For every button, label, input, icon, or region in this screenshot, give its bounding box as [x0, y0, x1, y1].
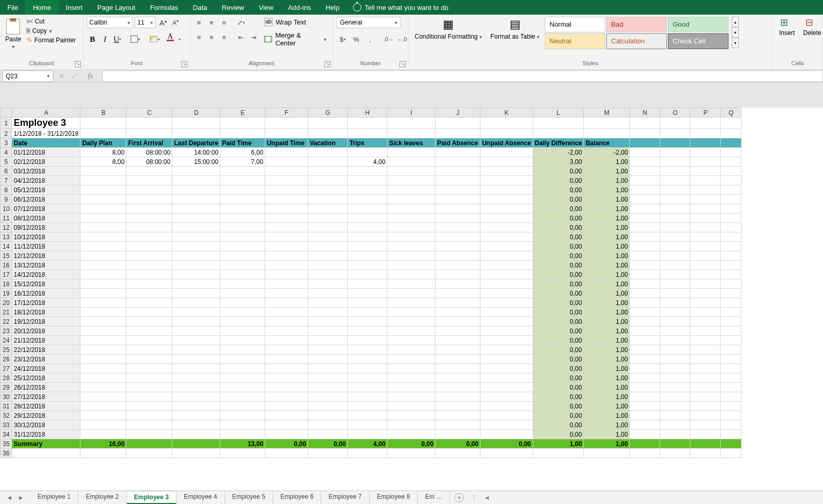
date-cell[interactable]: 27/12/2018	[12, 392, 80, 402]
sick-cell[interactable]	[387, 214, 436, 223]
cell[interactable]	[480, 118, 533, 129]
cell[interactable]	[721, 148, 742, 157]
cell[interactable]	[721, 298, 742, 308]
unpaid-absence-cell[interactable]	[480, 317, 533, 326]
paid-absence-cell[interactable]	[436, 308, 480, 317]
cell[interactable]	[308, 118, 348, 129]
merge-center-button[interactable]: Merge & Center ▾	[261, 30, 330, 48]
decrease-font-icon[interactable]: A▾	[171, 19, 180, 27]
departure-cell[interactable]	[172, 308, 220, 317]
paid-cell[interactable]	[220, 364, 265, 373]
sick-cell[interactable]	[387, 392, 436, 402]
sick-cell[interactable]	[387, 251, 436, 261]
vacation-cell[interactable]	[308, 373, 348, 383]
trips-cell[interactable]	[348, 289, 387, 298]
unpaid-absence-cell[interactable]	[480, 411, 533, 420]
balance-cell[interactable]: 1,00	[584, 251, 630, 261]
cell[interactable]	[690, 232, 721, 242]
row-header-13[interactable]: 13	[1, 232, 12, 242]
plan-cell[interactable]	[80, 383, 126, 392]
cell[interactable]	[721, 261, 742, 270]
cell[interactable]	[630, 326, 660, 336]
trips-cell[interactable]	[348, 430, 387, 439]
row-header-14[interactable]: 14	[1, 242, 12, 251]
unpaid-absence-cell[interactable]	[480, 167, 533, 176]
trips-cell[interactable]: 4,00	[348, 157, 387, 167]
plan-cell[interactable]	[80, 373, 126, 383]
sick-cell[interactable]	[387, 383, 436, 392]
arrival-cell[interactable]	[126, 251, 172, 261]
diff-cell[interactable]: 3,00	[533, 157, 584, 167]
sick-cell[interactable]	[387, 270, 436, 279]
row-header-8[interactable]: 8	[1, 185, 12, 195]
cell[interactable]	[690, 308, 721, 317]
unpaid-absence-cell[interactable]	[480, 204, 533, 214]
trips-cell[interactable]	[348, 317, 387, 326]
balance-cell[interactable]: 1,00	[584, 373, 630, 383]
unpaid-cell[interactable]	[265, 214, 308, 223]
row-header-29[interactable]: 29	[1, 383, 12, 392]
balance-cell[interactable]: 1,00	[584, 355, 630, 364]
cell[interactable]	[630, 176, 660, 185]
cell[interactable]	[348, 129, 387, 138]
cell[interactable]	[660, 289, 690, 298]
sick-cell[interactable]	[387, 345, 436, 355]
date-cell[interactable]: 26/12/2018	[12, 383, 80, 392]
cell[interactable]	[660, 214, 690, 223]
cell[interactable]	[690, 279, 721, 289]
departure-cell[interactable]	[172, 430, 220, 439]
date-cell[interactable]: 30/12/2018	[12, 420, 80, 430]
sick-cell[interactable]	[387, 167, 436, 176]
diff-cell[interactable]: 0,00	[533, 167, 584, 176]
cell[interactable]	[660, 439, 690, 449]
balance-cell[interactable]: 1,00	[584, 345, 630, 355]
departure-cell[interactable]	[172, 214, 220, 223]
paid-absence-cell[interactable]	[436, 336, 480, 345]
font-color-button[interactable]: A	[163, 33, 178, 45]
date-cell[interactable]: 09/12/2018	[12, 223, 80, 232]
plan-cell[interactable]	[80, 270, 126, 279]
cell[interactable]	[12, 449, 80, 458]
col-header-D[interactable]: D	[172, 108, 220, 118]
row-header-2[interactable]: 2	[1, 129, 12, 138]
unpaid-absence-cell[interactable]	[480, 420, 533, 430]
style-normal[interactable]: Normal	[545, 17, 605, 32]
paid-cell[interactable]	[220, 242, 265, 251]
unpaid-absence-cell[interactable]	[480, 373, 533, 383]
arrival-cell[interactable]	[126, 242, 172, 251]
menu-tab-view[interactable]: View	[251, 1, 280, 15]
cell[interactable]	[721, 420, 742, 430]
col-header-H[interactable]: H	[348, 108, 387, 118]
vacation-cell[interactable]	[308, 176, 348, 185]
header-12[interactable]: Balance	[584, 138, 630, 148]
cell[interactable]	[690, 411, 721, 420]
trips-cell[interactable]	[348, 242, 387, 251]
trips-cell[interactable]	[348, 261, 387, 270]
arrival-cell[interactable]	[126, 289, 172, 298]
departure-cell[interactable]	[172, 364, 220, 373]
balance-cell[interactable]: 1,00	[584, 383, 630, 392]
unpaid-absence-cell[interactable]	[480, 336, 533, 345]
cell[interactable]	[660, 185, 690, 195]
row-header-27[interactable]: 27	[1, 364, 12, 373]
sick-cell[interactable]	[387, 336, 436, 345]
date-range-cell[interactable]: 1/12/2018 - 31/12/2018	[12, 129, 80, 138]
cell[interactable]	[690, 195, 721, 204]
departure-cell[interactable]	[172, 242, 220, 251]
cell[interactable]	[630, 223, 660, 232]
sheet-tab-employee-7[interactable]: Employee 7	[321, 491, 369, 504]
plan-cell[interactable]	[80, 261, 126, 270]
cell[interactable]: 0,00	[436, 439, 480, 449]
tab-nav-next-icon[interactable]: ►	[18, 494, 24, 501]
cell[interactable]	[721, 289, 742, 298]
row-header-16[interactable]: 16	[1, 261, 12, 270]
unpaid-cell[interactable]	[265, 326, 308, 336]
cell[interactable]	[660, 449, 690, 458]
row-header-19[interactable]: 19	[1, 289, 12, 298]
date-cell[interactable]: 23/12/2018	[12, 355, 80, 364]
cell[interactable]	[533, 118, 584, 129]
departure-cell[interactable]	[172, 251, 220, 261]
vacation-cell[interactable]	[308, 261, 348, 270]
departure-cell[interactable]	[172, 402, 220, 411]
cell[interactable]	[690, 317, 721, 326]
